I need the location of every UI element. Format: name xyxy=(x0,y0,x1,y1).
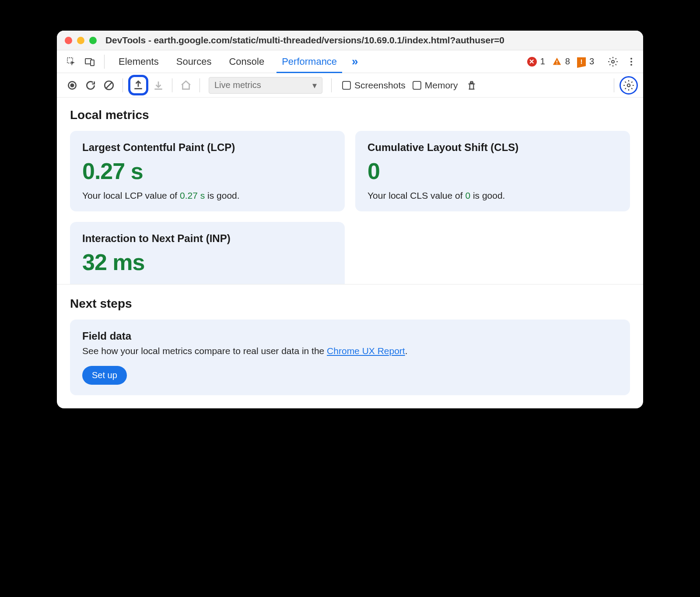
inp-title: Interaction to Next Paint (INP) xyxy=(82,232,332,245)
divider xyxy=(122,78,123,92)
error-icon: ✕ xyxy=(527,57,537,67)
tab-elements[interactable]: Elements xyxy=(112,51,166,73)
home-icon[interactable] xyxy=(178,77,194,94)
field-data-title: Field data xyxy=(82,330,618,342)
device-toolbar-icon[interactable] xyxy=(82,54,97,69)
cls-title: Cumulative Layout Shift (CLS) xyxy=(368,141,618,154)
devtools-window: DevTools - earth.google.com/static/multi… xyxy=(57,31,643,408)
close-window-button[interactable] xyxy=(65,37,72,44)
clear-icon[interactable] xyxy=(101,77,117,94)
titlebar: DevTools - earth.google.com/static/multi… xyxy=(57,31,643,50)
divider xyxy=(104,55,105,69)
inp-row: Interaction to Next Paint (INP) 32 ms xyxy=(57,222,643,284)
divider xyxy=(614,78,614,92)
svg-point-10 xyxy=(71,84,74,87)
history-select[interactable]: Live metrics ▾ xyxy=(209,77,322,94)
inspect-element-icon[interactable] xyxy=(64,54,79,69)
svg-rect-4 xyxy=(556,63,557,64)
issue-icon: ! xyxy=(577,57,586,66)
record-icon[interactable] xyxy=(64,77,80,94)
tab-performance[interactable]: Performance xyxy=(275,51,344,73)
garbage-collect-icon[interactable] xyxy=(463,77,480,94)
svg-point-8 xyxy=(630,64,632,66)
console-status[interactable]: ✕ 1 8 ! 3 xyxy=(527,56,598,67)
upload-profile-highlight xyxy=(128,75,148,95)
field-data-description: See how your local metrics compare to re… xyxy=(82,346,618,356)
svg-point-7 xyxy=(630,61,632,63)
issue-count: 3 xyxy=(589,56,594,67)
error-count: 1 xyxy=(540,56,545,67)
performance-toolbar: Live metrics ▾ Screenshots Memory xyxy=(57,73,643,98)
crux-report-link[interactable]: Chrome UX Report xyxy=(327,346,405,356)
divider xyxy=(331,78,332,92)
svg-point-5 xyxy=(612,60,614,63)
divider xyxy=(172,78,172,92)
lcp-description: Your local LCP value of 0.27 s is good. xyxy=(82,190,332,201)
cls-card: Cumulative Layout Shift (CLS) 0 Your loc… xyxy=(355,131,630,211)
devtools-tabs: Elements Sources Console Performance » ✕… xyxy=(57,50,643,73)
tab-sources[interactable]: Sources xyxy=(169,51,219,73)
checkbox-icon xyxy=(413,81,421,90)
memory-label: Memory xyxy=(425,80,458,91)
capture-settings-highlight xyxy=(620,76,638,95)
minimize-window-button[interactable] xyxy=(77,37,84,44)
settings-icon[interactable] xyxy=(606,54,620,69)
chevron-down-icon: ▾ xyxy=(312,80,317,91)
upload-icon[interactable] xyxy=(131,78,145,92)
inp-value: 32 ms xyxy=(82,249,332,275)
screenshots-label: Screenshots xyxy=(354,80,406,91)
lcp-title: Largest Contentful Paint (LCP) xyxy=(82,141,332,154)
fullscreen-window-button[interactable] xyxy=(89,37,97,44)
svg-rect-3 xyxy=(556,60,557,63)
svg-line-12 xyxy=(105,82,112,88)
svg-rect-2 xyxy=(91,60,94,66)
lcp-card: Largest Contentful Paint (LCP) 0.27 s Yo… xyxy=(70,131,345,211)
warning-icon xyxy=(552,57,562,67)
screenshots-checkbox[interactable]: Screenshots xyxy=(342,80,406,91)
more-tabs-icon[interactable]: » xyxy=(347,54,362,69)
metrics-grid: Largest Contentful Paint (LCP) 0.27 s Yo… xyxy=(70,131,630,211)
inp-card: Interaction to Next Paint (INP) 32 ms xyxy=(70,222,345,284)
cls-description: Your local CLS value of 0 is good. xyxy=(368,190,618,201)
checkbox-icon xyxy=(342,81,351,90)
memory-checkbox[interactable]: Memory xyxy=(413,80,458,91)
divider xyxy=(200,78,200,92)
svg-point-13 xyxy=(627,84,630,87)
field-data-card: Field data See how your local metrics co… xyxy=(70,320,630,395)
reload-record-icon[interactable] xyxy=(82,77,99,94)
tab-console[interactable]: Console xyxy=(222,51,271,73)
history-select-label: Live metrics xyxy=(214,80,261,90)
setup-button[interactable]: Set up xyxy=(82,366,127,385)
local-metrics-heading: Local metrics xyxy=(70,108,630,122)
lcp-value: 0.27 s xyxy=(82,158,332,184)
warning-count: 8 xyxy=(565,56,570,67)
performance-panel: Local metrics Largest Contentful Paint (… xyxy=(57,98,643,408)
cls-value: 0 xyxy=(368,158,618,184)
window-title: DevTools - earth.google.com/static/multi… xyxy=(105,35,504,46)
traffic-lights xyxy=(65,37,97,44)
capture-settings-icon[interactable] xyxy=(622,79,635,92)
download-icon[interactable] xyxy=(150,77,167,94)
svg-point-6 xyxy=(630,58,632,60)
kebab-menu-icon[interactable] xyxy=(624,54,639,69)
next-steps-heading: Next steps xyxy=(70,297,630,311)
